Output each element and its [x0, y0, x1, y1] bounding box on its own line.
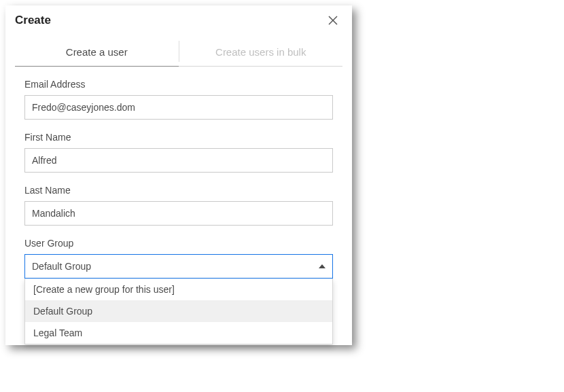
user-group-dropdown: [Create a new group for this user] Defau…	[24, 279, 333, 344]
first-name-label: First Name	[24, 132, 333, 143]
form: Email Address First Name Last Name User …	[5, 67, 352, 334]
create-dialog: Create Create a user Create users in bul…	[5, 5, 352, 345]
field-last-name: Last Name	[24, 185, 333, 226]
dropdown-item-default-group[interactable]: Default Group	[25, 300, 332, 322]
user-group-select-wrapper: Default Group [Create a new group for th…	[24, 254, 333, 279]
tab-create-user[interactable]: Create a user	[15, 37, 179, 67]
dialog-title: Create	[15, 14, 51, 27]
user-group-label: User Group	[24, 238, 333, 249]
close-icon[interactable]	[326, 14, 340, 27]
last-name-label: Last Name	[24, 185, 333, 196]
dropdown-item-create-group[interactable]: [Create a new group for this user]	[25, 279, 332, 300]
caret-up-icon	[319, 264, 325, 268]
dialog-header: Create	[5, 5, 352, 33]
dropdown-item-legal-team[interactable]: Legal Team	[25, 322, 332, 344]
field-first-name: First Name	[24, 132, 333, 173]
email-input[interactable]	[24, 95, 333, 120]
user-group-select[interactable]: Default Group	[24, 254, 333, 279]
last-name-input[interactable]	[24, 201, 333, 226]
tab-create-bulk[interactable]: Create users in bulk	[179, 37, 343, 66]
field-user-group: User Group Default Group [Create a new g…	[24, 238, 333, 279]
tabs: Create a user Create users in bulk	[15, 37, 342, 67]
first-name-input[interactable]	[24, 148, 333, 173]
user-group-selected-value: Default Group	[32, 261, 91, 272]
email-label: Email Address	[24, 79, 333, 90]
field-email: Email Address	[24, 79, 333, 120]
